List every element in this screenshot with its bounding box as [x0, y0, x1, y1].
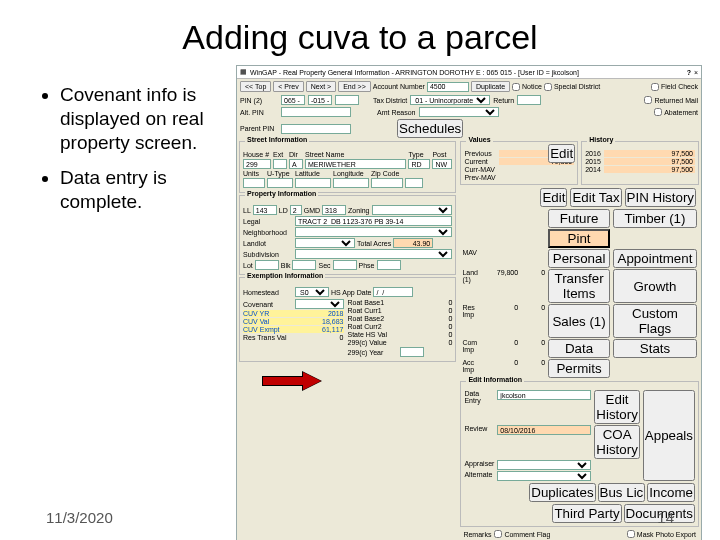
edithist-button[interactable]: Edit History: [594, 390, 639, 424]
nav-toolbar: << Top < Prev Next > End >> Account Numb…: [237, 79, 701, 94]
buslic-button[interactable]: Bus Lic: [598, 483, 646, 502]
notice-checkbox[interactable]: Notice: [512, 83, 542, 91]
comment-flag-checkbox[interactable]: Comment Flag: [494, 530, 550, 538]
alternate-select[interactable]: [497, 471, 591, 481]
zip2-input[interactable]: [405, 178, 423, 188]
sales-button[interactable]: Sales (1): [548, 304, 610, 338]
nav-top-button[interactable]: << Top: [240, 81, 271, 92]
ext-input[interactable]: [273, 159, 287, 169]
field-check-checkbox[interactable]: Field Check: [651, 83, 698, 91]
ll-input[interactable]: [253, 205, 277, 215]
dataentry-input[interactable]: [497, 390, 591, 400]
street-group-title: Street Information: [245, 136, 309, 143]
nav-end-button[interactable]: End >>: [338, 81, 371, 92]
transfer-button[interactable]: Transfer Items: [548, 269, 610, 303]
hsapp-input[interactable]: [373, 287, 413, 297]
sec-input[interactable]: [333, 260, 357, 270]
exemption-group-title: Exemption Information: [245, 272, 325, 279]
hist-edit-button[interactable]: Edit: [540, 188, 567, 207]
future-button[interactable]: Future: [548, 209, 610, 228]
property-group-title: Property Information: [245, 190, 318, 197]
stname-input[interactable]: [305, 159, 406, 169]
lon-input[interactable]: [333, 178, 369, 188]
subdiv-select[interactable]: [295, 249, 452, 259]
abatement-checkbox[interactable]: Abatement: [654, 108, 698, 116]
appointment-button[interactable]: Appointment: [613, 249, 697, 268]
personal-button[interactable]: Personal: [548, 249, 610, 268]
amtreason-select[interactable]: [419, 107, 499, 117]
stats-button[interactable]: Stats: [613, 339, 697, 358]
covenant-select[interactable]: [295, 299, 344, 309]
type-input[interactable]: [408, 159, 430, 169]
hsapp-label: HS App Date: [331, 289, 371, 296]
timber-button[interactable]: Timber (1): [613, 209, 697, 228]
rb2-label: Roat Base2: [348, 315, 398, 322]
nbhd-select[interactable]: [295, 227, 452, 237]
homestead-select[interactable]: S0: [295, 287, 329, 297]
rb2-value: 0: [400, 315, 453, 322]
pint-button[interactable]: Pint: [548, 229, 610, 248]
sthsv-label: State HS Val: [348, 331, 398, 338]
appeals-button[interactable]: Appeals: [643, 390, 695, 481]
units-input[interactable]: [243, 178, 265, 188]
street-group: Street Information House # Ext Dir Stree…: [239, 141, 456, 193]
return-input[interactable]: [517, 95, 541, 105]
phse-input[interactable]: [377, 260, 401, 270]
landlot-select[interactable]: [295, 238, 355, 248]
legal-label: Legal: [243, 218, 293, 225]
y299v-label: 299(c) Value: [348, 339, 398, 346]
nav-next-button[interactable]: Next >: [306, 81, 336, 92]
pin2a-input[interactable]: [281, 95, 305, 105]
utype-input[interactable]: [267, 178, 293, 188]
edittax-button[interactable]: Edit Tax: [570, 188, 621, 207]
ld-input[interactable]: [290, 205, 302, 215]
coa-button[interactable]: COA History: [594, 425, 639, 459]
parentpin-input[interactable]: [281, 124, 351, 134]
appraiser-select[interactable]: [497, 460, 591, 470]
cuvex-label: CUV Exmpt: [243, 326, 293, 333]
curr-label: Current: [464, 158, 495, 165]
parentpin-label: Parent PIN: [240, 125, 278, 132]
custom-button[interactable]: Custom Flags: [613, 304, 697, 338]
permits-button[interactable]: Permits: [548, 359, 610, 378]
gmd-input[interactable]: [322, 205, 346, 215]
schedules-button[interactable]: Schedules: [397, 119, 463, 138]
review-input[interactable]: [497, 425, 591, 435]
values-edit-button[interactable]: Edit: [548, 144, 575, 163]
growth-button[interactable]: Growth: [613, 269, 697, 303]
curmav-label: Curr-MAV: [464, 166, 495, 173]
special-district-checkbox[interactable]: Special District: [544, 83, 600, 91]
legal-input[interactable]: [295, 216, 452, 226]
help-icon[interactable]: ?: [687, 69, 691, 76]
pin2c-input[interactable]: [335, 95, 359, 105]
zoning-label: Zoning: [348, 207, 369, 214]
taxdist-select[interactable]: 01 - Unincorporated: [410, 95, 490, 105]
blk-input[interactable]: [292, 260, 316, 270]
nav-prev-button[interactable]: < Prev: [273, 81, 303, 92]
house-input[interactable]: [243, 159, 271, 169]
duplicate-button[interactable]: Duplicate: [471, 81, 510, 92]
pin2b-input[interactable]: [308, 95, 332, 105]
post-input[interactable]: [432, 159, 452, 169]
acres-input[interactable]: [393, 238, 433, 248]
lot-input[interactable]: [255, 260, 279, 270]
mask-photo-checkbox[interactable]: Mask Photo Export: [627, 530, 696, 538]
close-icon[interactable]: ×: [694, 69, 698, 76]
account-number-input[interactable]: [427, 82, 469, 92]
data-button[interactable]: Data: [548, 339, 610, 358]
pinhist-button[interactable]: PIN History: [625, 188, 696, 207]
lat-input[interactable]: [295, 178, 331, 188]
ld-label: LD: [279, 207, 288, 214]
zip-input[interactable]: [371, 178, 403, 188]
zoning-select[interactable]: [372, 205, 453, 215]
altpin-input[interactable]: [281, 107, 351, 117]
y299y-input[interactable]: [400, 347, 424, 357]
income-button[interactable]: Income: [647, 483, 695, 502]
land-z: 0: [521, 269, 545, 303]
titlebar: ▦ WinGAP - Real Property General Informa…: [237, 66, 701, 79]
resimp-z: 0: [521, 304, 545, 338]
duplicates-button[interactable]: Duplicates: [529, 483, 595, 502]
account-number-label: Account Number: [373, 83, 425, 90]
dir-input[interactable]: [289, 159, 303, 169]
returned-mail-checkbox[interactable]: Returned Mail: [644, 96, 698, 104]
